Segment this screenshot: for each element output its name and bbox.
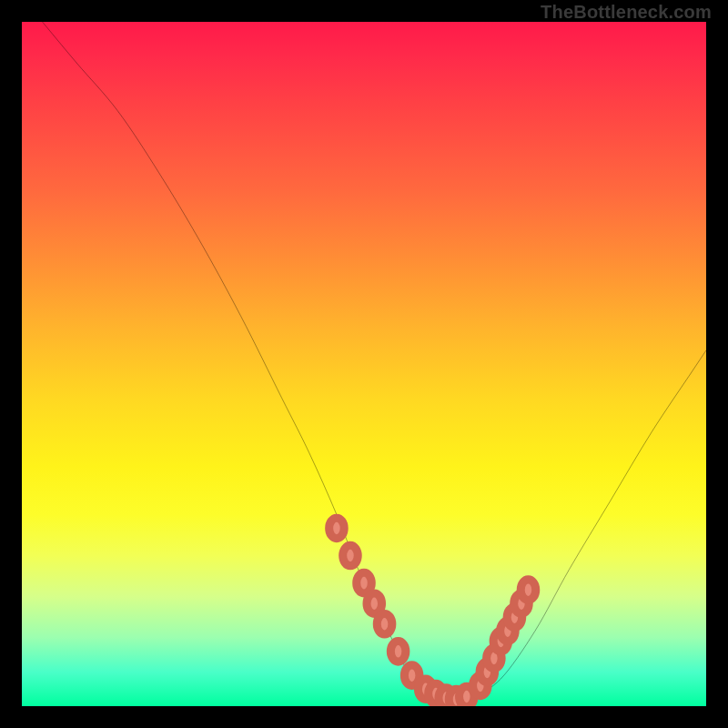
highlight-dot	[390, 642, 406, 662]
curve-svg	[22, 22, 706, 706]
plot-area	[22, 22, 706, 706]
watermark-text: TheBottleneck.com	[541, 2, 712, 23]
highlight-dot	[343, 545, 359, 566]
highlight-dot	[521, 580, 536, 601]
highlight-dot	[377, 613, 392, 634]
highlight-dot	[367, 593, 382, 614]
highlight-dot	[357, 572, 372, 593]
highlight-dot	[329, 518, 345, 539]
highlight-dots	[329, 518, 536, 706]
